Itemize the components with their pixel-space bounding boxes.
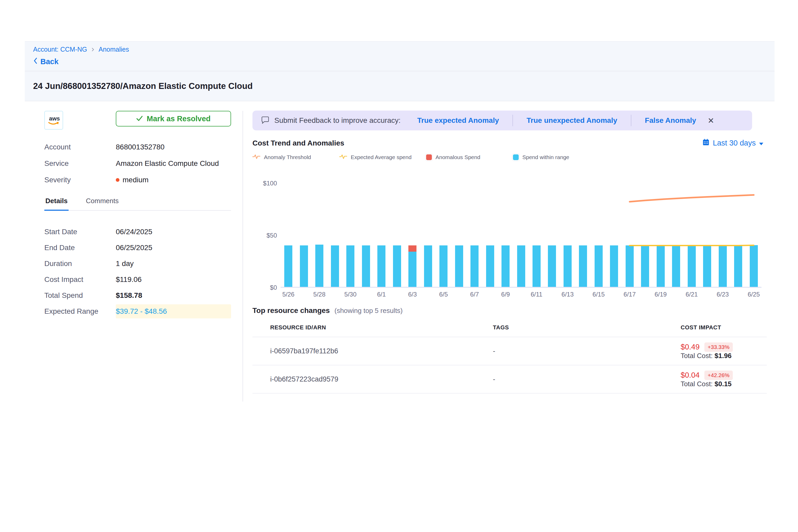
total-cost: Total Cost: $1.96 [681,352,732,360]
bar-6/4[interactable] [420,245,436,287]
feedback-false-anomaly[interactable]: False Anomaly [645,116,696,125]
resource-table-subtitle: (showing top 5 results) [334,307,403,315]
bar-6/14[interactable] [575,245,591,287]
table-row[interactable]: i-0b6f257223cad9579 - $0.04 +42.26% Tota… [252,365,767,394]
back-button[interactable]: Back [33,57,58,66]
bar-6/11[interactable] [529,245,544,287]
bar-6/24[interactable] [730,245,746,287]
legend-expected-average[interactable]: Expected Average spend [339,154,426,160]
column-tags: TAGS [493,324,681,331]
detail-row-duration: Duration 1 day [44,255,231,271]
breadcrumb-anomalies-link[interactable]: Anomalies [99,46,129,53]
bar-6/7[interactable] [467,245,482,287]
bar-6/23[interactable] [715,245,730,287]
bar-6/5[interactable] [436,245,451,287]
aws-logo: aws [44,111,63,130]
field-label: Service [44,159,116,168]
panel-divider [243,111,243,402]
bar-6/18[interactable] [638,245,653,287]
account-field: Account 868001352780 [44,142,231,152]
details-list: Start Date 06/24/2025 End Date 06/25/202… [44,224,231,319]
feedback-bubble-icon [261,116,270,126]
resource-cost-cell: $0.49 +33.33% Total Cost: $1.96 [681,342,767,360]
x-tick-6/3: 6/3 [405,291,420,298]
anomaly-detail-main: Submit Feedback to improve accuracy: Tru… [252,111,767,394]
tab-comments[interactable]: Comments [85,197,120,210]
x-tick-6/13: 6/13 [560,291,575,298]
detail-row-cost-impact: Cost Impact $119.06 [44,271,231,287]
bar-6/19[interactable] [653,245,668,287]
legend-anomaly-threshold[interactable]: Anomaly Threshold [252,154,339,160]
bar-6/9[interactable] [498,245,513,287]
bar-6/22[interactable] [699,245,715,287]
x-tick-6/18 [638,291,653,298]
severity-field: Severity medium [44,175,231,184]
feedback-true-unexpected[interactable]: True unexpected Anomaly [527,116,617,125]
x-tick-6/9: 6/9 [498,291,513,298]
x-tick-6/19: 6/19 [653,291,668,298]
date-range-picker[interactable]: Last 30 days [702,138,764,148]
expected-range-highlight: $39.72 - $48.56 [116,304,231,318]
top-resource-changes-table: RESOURCE ID/ARN TAGS COST IMPACT i-06597… [252,324,767,394]
bar-6/25[interactable] [746,245,761,287]
table-row[interactable]: i-06597ba197fe112b6 - $0.49 +33.33% Tota… [252,337,767,365]
bar-6/12[interactable] [544,245,559,287]
bar-6/3[interactable] [405,245,420,287]
bar-6/13[interactable] [560,245,575,287]
x-tick-6/11: 6/11 [529,291,544,298]
field-label: Account [44,142,116,152]
chevron-right-icon [91,48,95,52]
cost-impact-value: $0.04 [681,371,700,379]
close-icon[interactable]: ✕ [707,116,714,125]
tab-details[interactable]: Details [44,197,69,211]
bar-5/28[interactable] [312,245,327,287]
bar-5/30[interactable] [343,245,358,287]
feedback-true-expected[interactable]: True expected Anomaly [417,116,499,125]
x-tick-6/2 [389,291,404,298]
bar-6/1[interactable] [374,245,389,287]
header-title-row: 24 Jun/868001352780/Amazon Elastic Compu… [25,71,775,101]
bar-5/26[interactable] [281,245,296,287]
column-cost-impact: COST IMPACT [681,324,767,331]
bar-6/20[interactable] [668,245,684,287]
cyan-square-icon [513,154,519,160]
field-label: Severity [44,175,116,184]
bar-6/21[interactable] [684,245,699,287]
detail-row-start-date: Start Date 06/24/2025 [44,224,231,240]
bar-6/6[interactable] [451,245,467,287]
bar-6/15[interactable] [591,245,606,287]
calendar-icon [702,138,710,148]
table-header-row: RESOURCE ID/ARN TAGS COST IMPACT [252,324,767,337]
bar-6/2[interactable] [389,245,404,287]
caret-down-icon [759,139,764,147]
x-tick-5/31 [358,291,374,298]
chart-header: Cost Trend and Anomalies Last 30 days [252,138,767,148]
x-tick-5/30: 5/30 [343,291,358,298]
check-icon [136,114,143,123]
x-tick-6/22 [699,291,715,298]
resolve-label: Mark as Resolved [147,114,210,123]
severity-value: medium [122,175,149,184]
header-nav-row: Account: CCM-NG Anomalies Back [25,41,775,71]
feedback-separator [631,115,631,126]
detail-row-total-spend: Total Spend $158.78 [44,287,231,303]
breadcrumb: Account: CCM-NG Anomalies [33,46,775,53]
legend-anomalous-spend[interactable]: Anomalous Spend [426,154,513,160]
resource-tags: - [493,347,681,355]
bar-5/29[interactable] [327,245,342,287]
mark-as-resolved-button[interactable]: Mark as Resolved [116,111,231,127]
x-tick-6/5: 6/5 [436,291,451,298]
bar-6/16[interactable] [606,245,622,287]
bar-6/8[interactable] [482,245,498,287]
resource-tags: - [493,375,681,383]
legend-spend-within-range[interactable]: Spend within range [513,154,600,160]
total-cost: Total Cost: $0.15 [681,380,732,388]
bar-5/31[interactable] [358,245,374,287]
breadcrumb-account-link[interactable]: Account: CCM-NG [33,46,87,53]
detail-row-expected-range: Expected Range $39.72 - $48.56 [44,303,231,319]
bar-5/27[interactable] [296,245,311,287]
bar-6/10[interactable] [513,245,529,287]
x-tick-6/24 [730,291,746,298]
x-tick-6/20 [668,291,684,298]
bar-6/17[interactable] [622,245,638,287]
